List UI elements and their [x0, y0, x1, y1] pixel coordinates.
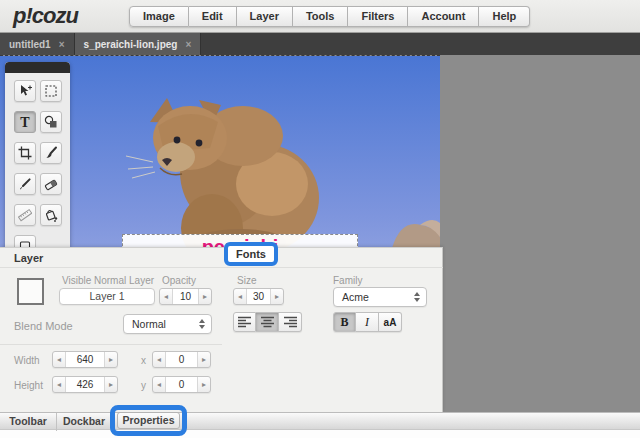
eyedropper-tool-button[interactable] [14, 173, 36, 195]
align-right-button[interactable] [279, 312, 302, 332]
bottom-dock-bar: Toolbar Dockbar [0, 412, 640, 438]
tab-untitled1[interactable]: untitled1 × [0, 33, 75, 55]
blend-mode-select[interactable]: Normal [123, 314, 212, 334]
menu-account-button[interactable]: Account [408, 6, 479, 27]
menu-tools-button[interactable]: Tools [293, 6, 349, 27]
font-size-stepper: ◂ 30 ▸ [233, 288, 284, 305]
fill-bucket-icon [44, 208, 58, 222]
top-menubar: p!cozu Image Edit Layer Tools Filters Ac… [0, 0, 640, 33]
x-value[interactable]: 0 [166, 352, 197, 367]
size-label: Size [237, 275, 256, 286]
move-cursor-icon [18, 84, 32, 98]
y-stepper: ◂ 0 ▸ [152, 376, 211, 393]
stepper-next-icon[interactable]: ▸ [104, 352, 117, 367]
font-family-value: Acme [342, 291, 369, 303]
move-tool-button[interactable] [14, 80, 36, 102]
ruler-icon [18, 208, 32, 222]
svg-text:T: T [20, 115, 30, 129]
stepper-prev-icon[interactable]: ◂ [153, 377, 166, 392]
tab-label: untitled1 [9, 39, 51, 50]
bold-button[interactable]: B [333, 312, 356, 332]
document-tabbar: untitled1 × s_peraichi-lion.jpeg × [0, 33, 640, 55]
shapes-tool-button[interactable] [40, 111, 62, 133]
stepper-prev-icon[interactable]: ◂ [234, 289, 247, 304]
layer-name-field[interactable]: Layer 1 [59, 288, 155, 305]
layer-panel-title: Layer [14, 252, 43, 264]
text-style-group: B I aA [333, 312, 402, 332]
width-stepper: ◂ 640 ▸ [52, 351, 118, 368]
menu-help-button[interactable]: Help [479, 6, 530, 27]
marquee-select-tool-button[interactable] [40, 80, 62, 102]
bold-label: B [340, 315, 348, 330]
picozu-logo[interactable]: p!cozu [13, 3, 78, 29]
menu-edit-button[interactable]: Edit [189, 6, 237, 27]
text-align-group [233, 312, 302, 332]
width-label: Width [14, 355, 40, 366]
stepper-next-icon[interactable]: ▸ [198, 289, 211, 304]
close-icon[interactable]: × [185, 39, 191, 50]
toolbar-toggle-button[interactable]: Toolbar [0, 413, 57, 431]
y-value[interactable]: 0 [166, 377, 197, 392]
dockbar-toggle-button[interactable]: Dockbar [57, 413, 112, 431]
case-button[interactable]: aA [379, 312, 402, 332]
opacity-label: Opacity [162, 275, 196, 286]
panel-divider [0, 267, 443, 268]
width-value[interactable]: 640 [66, 352, 104, 367]
menu-filters-button[interactable]: Filters [348, 6, 408, 27]
align-left-icon [238, 316, 251, 328]
italic-label: I [365, 315, 369, 330]
stepper-prev-icon[interactable]: ◂ [53, 352, 66, 367]
italic-button[interactable]: I [356, 312, 379, 332]
eraser-icon [44, 177, 58, 191]
ruler-tool-button[interactable] [14, 204, 36, 226]
font-size-value[interactable]: 30 [247, 289, 270, 304]
tools-palette-header[interactable] [5, 62, 70, 73]
menu-layer-button[interactable]: Layer [237, 6, 293, 27]
stepper-next-icon[interactable]: ▸ [270, 289, 283, 304]
align-left-button[interactable] [233, 312, 256, 332]
dropdown-arrows-icon [414, 292, 420, 302]
x-stepper: ◂ 0 ▸ [152, 351, 211, 368]
close-icon[interactable]: × [59, 39, 65, 50]
properties-dock: Layer Visible Normal Layer Layer 1 Opaci… [0, 247, 443, 412]
text-tool-button[interactable]: T [14, 111, 36, 133]
properties-toggle-button[interactable]: Properties [117, 412, 180, 429]
blend-mode-value: Normal [132, 318, 166, 330]
layer-thumbnail[interactable] [17, 278, 44, 305]
stepper-prev-icon[interactable]: ◂ [153, 352, 166, 367]
shapes-icon [44, 115, 58, 129]
brush-tool-button[interactable] [40, 142, 62, 164]
stepper-next-icon[interactable]: ▸ [197, 377, 210, 392]
align-center-button[interactable] [256, 312, 279, 332]
opacity-value[interactable]: 10 [173, 289, 198, 304]
font-family-select[interactable]: Acme [333, 287, 427, 307]
fonts-panel-title[interactable]: Fonts [228, 246, 274, 262]
menu-image-button[interactable]: Image [129, 6, 189, 27]
stepper-next-icon[interactable]: ▸ [104, 377, 117, 392]
properties-highlight-box: Properties [110, 405, 187, 436]
blend-mode-label: Blend Mode [14, 320, 73, 332]
bottom-bar-strip: Toolbar Dockbar [0, 412, 640, 430]
family-label: Family [333, 275, 362, 286]
opacity-stepper: ◂ 10 ▸ [159, 288, 212, 305]
marquee-icon [44, 84, 58, 98]
stepper-next-icon[interactable]: ▸ [197, 352, 210, 367]
crop-tool-button[interactable] [14, 142, 36, 164]
dropdown-arrows-icon [199, 319, 205, 329]
stepper-prev-icon[interactable]: ◂ [53, 377, 66, 392]
tools-palette: T [5, 62, 70, 248]
fill-tool-button[interactable] [40, 204, 62, 226]
align-center-icon [261, 316, 274, 328]
x-label: x [141, 355, 146, 366]
tab-s-peraichi-lion[interactable]: s_peraichi-lion.jpeg × [75, 33, 202, 55]
main-menu: Image Edit Layer Tools Filters Account H… [129, 6, 530, 27]
crop-icon [18, 146, 32, 160]
tab-label: s_peraichi-lion.jpeg [84, 39, 178, 50]
workspace-empty-area [440, 55, 640, 412]
height-value[interactable]: 426 [66, 377, 104, 392]
fonts-highlight-box: Fonts [224, 242, 278, 266]
eraser-tool-button[interactable] [40, 173, 62, 195]
panel-divider [0, 344, 222, 345]
stepper-prev-icon[interactable]: ◂ [160, 289, 173, 304]
height-stepper: ◂ 426 ▸ [52, 376, 118, 393]
